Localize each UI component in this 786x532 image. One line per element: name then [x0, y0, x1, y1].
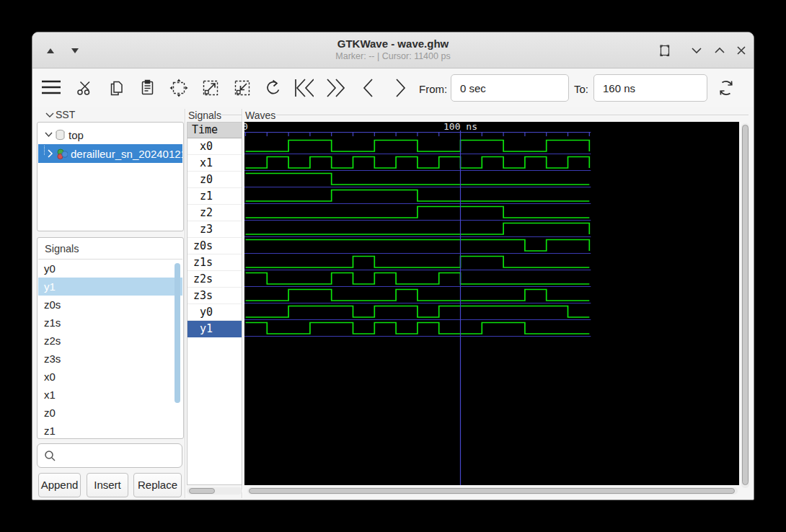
zoom-in-icon[interactable]: [200, 78, 221, 98]
waves-frame-label: Waves: [245, 110, 275, 121]
waves-frame-groove: [276, 115, 749, 116]
names-frame-groove: [221, 115, 242, 116]
expander-open-icon[interactable]: [43, 129, 54, 141]
facility-item-z2s[interactable]: z2s: [38, 332, 182, 350]
wave-trace-z2s: [246, 273, 590, 285]
skip-to-start-icon[interactable]: [293, 78, 314, 98]
zoom-out-icon[interactable]: [232, 78, 252, 98]
wave-name-y0[interactable]: y0: [187, 304, 242, 321]
undo-icon[interactable]: [263, 78, 283, 98]
sst-tree: top derailleur_sn_20240121_: [37, 122, 184, 231]
names-hscroll-track[interactable]: [187, 487, 242, 495]
wave-name-z1s[interactable]: z1s: [187, 254, 242, 271]
search-icon: [44, 450, 56, 465]
wave-name-z2s[interactable]: z2s: [187, 271, 242, 288]
wave-trace-y0: [246, 306, 590, 318]
insert-button[interactable]: Insert: [87, 473, 128, 497]
wave-canvas[interactable]: 0100 ns: [244, 122, 739, 485]
replace-button[interactable]: Replace: [133, 473, 182, 497]
wave-trace-x0: [246, 141, 590, 152]
wave-name-z3[interactable]: z3: [187, 221, 242, 238]
sst-item-derailleur[interactable]: derailleur_sn_20240121_: [38, 144, 182, 163]
to-input[interactable]: [593, 74, 707, 102]
skip-to-end-icon[interactable]: [324, 78, 345, 98]
svg-text:0: 0: [244, 122, 248, 132]
step-back-icon[interactable]: [358, 78, 379, 98]
wave-name-z3s[interactable]: z3s: [187, 288, 242, 304]
waves-hscroll-track[interactable]: [247, 487, 738, 495]
sst-header-label: SST: [56, 109, 75, 120]
wave-name-y1[interactable]: y1: [187, 321, 242, 337]
zoom-fit-icon[interactable]: [169, 78, 189, 98]
wave-name-z0s[interactable]: z0s: [187, 238, 242, 254]
facility-scrollbar[interactable]: [175, 263, 180, 403]
facility-list-header: Signals: [38, 239, 182, 260]
tree-item-label: top: [69, 129, 84, 141]
marker-cursor-status: Marker: -- | Cursor: 11400 ps: [32, 51, 754, 61]
titlebar[interactable]: GTKWave - wave.ghw Marker: -- | Cursor: …: [32, 32, 754, 68]
menu-icon[interactable]: [40, 77, 61, 97]
wave-name-z1[interactable]: z1: [187, 188, 242, 205]
paste-icon[interactable]: [138, 78, 158, 98]
facility-item-z3s[interactable]: z3s: [38, 350, 182, 368]
cut-icon[interactable]: [75, 78, 95, 98]
toolbar: From: To:: [32, 68, 754, 107]
wave-trace-y1: [246, 323, 590, 334]
from-input[interactable]: [451, 74, 569, 102]
wave-trace-z1: [246, 190, 590, 202]
wave-name-z0[interactable]: z0: [187, 172, 242, 188]
sst-item-top[interactable]: top: [38, 125, 182, 144]
step-forward-icon[interactable]: [390, 78, 410, 98]
wave-trace-z0s: [246, 240, 590, 252]
waves-vscroll-track[interactable]: [741, 123, 749, 488]
fit-window-icon[interactable]: [657, 43, 673, 58]
maximize-chevron-icon[interactable]: [712, 43, 728, 58]
append-button[interactable]: Append: [38, 473, 81, 497]
search-input[interactable]: [59, 445, 181, 468]
facility-item-z0[interactable]: z0: [38, 404, 182, 422]
facility-list: Signals y0y1z0sz1sz2sz3sx0x1z0z1: [37, 237, 184, 439]
module-icon: [56, 148, 68, 159]
reload-icon[interactable]: [716, 78, 736, 98]
names-panel: Time x0x1z0z1z2z3z0sz1sz2sz3sy0y1: [187, 122, 242, 485]
facility-item-x0[interactable]: x0: [38, 368, 182, 386]
names-hscroll-thumb[interactable]: [189, 488, 215, 494]
tree-item-label: derailleur_sn_20240121_: [71, 148, 184, 160]
minimize-chevron-icon[interactable]: [689, 43, 705, 58]
names-frame-label: Signals: [188, 110, 221, 121]
svg-text:100 ns: 100 ns: [443, 122, 477, 132]
to-label: To:: [574, 83, 588, 95]
search-box: [37, 443, 182, 468]
wave-trace-z2: [246, 207, 590, 218]
wave-trace-z1s: [246, 257, 590, 268]
waves-vscroll-thumb[interactable]: [742, 125, 749, 485]
wave-trace-z0: [246, 174, 590, 185]
database-icon: [54, 129, 66, 141]
facility-item-y1[interactable]: y1: [38, 278, 182, 296]
sst-frame: SST: [45, 109, 75, 120]
copy-icon[interactable]: [107, 78, 127, 98]
facility-item-z1s[interactable]: z1s: [38, 314, 182, 332]
facility-item-z0s[interactable]: z0s: [38, 296, 182, 314]
wave-trace-z3: [246, 223, 590, 235]
splitter-left[interactable]: [185, 109, 186, 498]
from-label: From:: [419, 83, 447, 95]
facility-item-y0[interactable]: y0: [38, 260, 182, 278]
wave-name-x0[interactable]: x0: [187, 138, 242, 155]
wave-name-x1[interactable]: x1: [187, 155, 242, 172]
wave-trace-z3s: [246, 290, 590, 301]
wave-name-z2[interactable]: z2: [187, 205, 242, 221]
facility-item-z1[interactable]: z1: [38, 422, 182, 439]
desktop-background: GTKWave - wave.ghw Marker: -- | Cursor: …: [0, 0, 786, 532]
close-icon[interactable]: [733, 43, 749, 58]
gtkwave-window: GTKWave - wave.ghw Marker: -- | Cursor: …: [32, 32, 754, 500]
wave-trace-x1: [246, 157, 590, 169]
waves-hscroll-thumb[interactable]: [249, 488, 735, 494]
facility-item-x1[interactable]: x1: [38, 386, 182, 404]
time-header: Time: [187, 123, 242, 138]
expander-closed-icon[interactable]: [45, 148, 56, 159]
window-title: GTKWave - wave.ghw: [32, 37, 754, 50]
